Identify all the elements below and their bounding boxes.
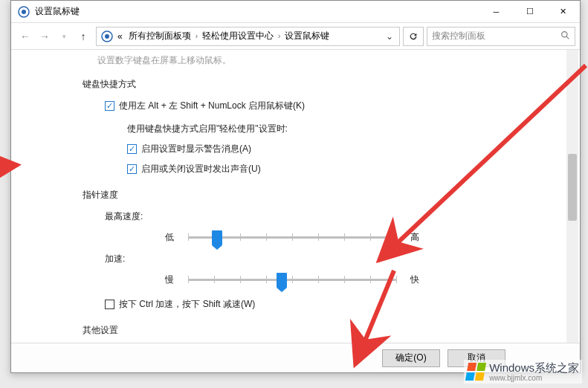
- breadcrumb-dropdown[interactable]: ⌄: [383, 31, 396, 42]
- minimize-button[interactable]: ─: [479, 1, 513, 23]
- search-placeholder: 搜索控制面板: [432, 30, 560, 42]
- chevron-right-icon: ›: [277, 32, 282, 40]
- windows-logo-icon: [465, 363, 486, 381]
- section-keyboard-shortcuts: 键盘快捷方式: [83, 78, 558, 91]
- option-enable-mousekeys[interactable]: ✓ 使用左 Alt + 左 Shift + NumLock 启用鼠标键(K): [105, 100, 558, 112]
- acceleration-label: 加速:: [105, 253, 558, 265]
- sub-label: 使用键盘快捷方式启用"轻松使用"设置时:: [127, 123, 558, 135]
- watermark: Windows系统之家 www.bjjmlx.com: [464, 360, 582, 384]
- checkbox-checked-icon[interactable]: ✓: [105, 101, 114, 111]
- checkbox-checked-icon[interactable]: ✓: [127, 144, 137, 154]
- max-speed-label: 最高速度:: [105, 210, 558, 223]
- search-input[interactable]: 搜索控制面板: [427, 27, 575, 46]
- window-title: 设置鼠标键: [35, 5, 80, 18]
- max-speed-slider-row: 低 高: [105, 230, 558, 244]
- maximize-button[interactable]: ☐: [513, 1, 546, 23]
- acceleration-slider[interactable]: [188, 273, 396, 286]
- slider-thumb[interactable]: [212, 230, 222, 245]
- checkbox-checked-icon[interactable]: ✓: [127, 164, 137, 174]
- refresh-button[interactable]: [403, 27, 424, 46]
- control-panel-icon: [100, 29, 114, 44]
- option-label: 使用左 Alt + 左 Shift + NumLock 启用鼠标键(K): [119, 100, 305, 112]
- option-sound[interactable]: ✓ 启用或关闭设置时发出声音(U): [127, 163, 558, 175]
- crumb-0[interactable]: 所有控制面板项: [126, 30, 194, 42]
- back-button[interactable]: ←: [16, 27, 35, 46]
- max-speed-slider[interactable]: [188, 230, 396, 244]
- section-other-settings: 其他设置: [83, 324, 558, 337]
- forward-button: →: [35, 27, 54, 46]
- titlebar: 设置鼠标键 ─ ☐ ✕: [11, 1, 580, 23]
- svg-line-5: [566, 36, 569, 39]
- option-warning-message[interactable]: ✓ 启用设置时显示警告消息(A): [127, 143, 558, 155]
- search-icon: [560, 30, 570, 42]
- svg-point-3: [105, 34, 109, 39]
- slider-hi-label: 快: [404, 274, 426, 286]
- navbar: ← → ▾ ↑ « 所有控制面板项 › 轻松使用设置中心 › 设置鼠标键 ⌄ 搜…: [11, 23, 580, 50]
- section-pointer-speed: 指针速度: [83, 189, 558, 201]
- up-button[interactable]: ↑: [74, 27, 93, 46]
- crumb-prefix: «: [114, 31, 126, 42]
- crumb-2[interactable]: 设置鼠标键: [282, 30, 332, 42]
- option-label: 启用或关闭设置时发出声音(U): [141, 163, 261, 175]
- crumb-1[interactable]: 轻松使用设置中心: [199, 30, 277, 42]
- acceleration-slider-row: 慢 快: [105, 273, 558, 286]
- truncated-header: 设置数字键盘在屏幕上移动鼠标。: [97, 54, 558, 65]
- vertical-scrollbar[interactable]: [566, 50, 578, 343]
- close-button[interactable]: ✕: [546, 1, 580, 23]
- recent-dropdown[interactable]: ▾: [54, 27, 74, 46]
- slider-lo-label: 慢: [158, 274, 181, 286]
- option-label: 启用设置时显示警告消息(A): [141, 143, 251, 155]
- svg-point-4: [562, 31, 567, 36]
- breadcrumb[interactable]: « 所有控制面板项 › 轻松使用设置中心 › 设置鼠标键 ⌄: [96, 27, 400, 46]
- ok-button[interactable]: 确定(O): [382, 349, 440, 367]
- slider-thumb[interactable]: [277, 273, 287, 288]
- slider-lo-label: 低: [158, 231, 181, 244]
- slider-hi-label: 高: [404, 231, 426, 244]
- scrollbar-thumb[interactable]: [568, 154, 577, 221]
- content-area: 设置数字键盘在屏幕上移动鼠标。 键盘快捷方式 ✓ 使用左 Alt + 左 Shi…: [11, 50, 580, 343]
- checkbox-unchecked-icon[interactable]: ✓: [105, 300, 114, 309]
- svg-point-1: [22, 10, 26, 14]
- control-panel-window: 设置鼠标键 ─ ☐ ✕ ← → ▾ ↑ « 所有控制面板项 › 轻松使用设置中心…: [10, 0, 581, 373]
- app-icon: [17, 5, 30, 19]
- option-label: 按下 Ctrl 加速，按下 Shift 减速(W): [119, 298, 255, 311]
- option-ctrl-shift-speed[interactable]: ✓ 按下 Ctrl 加速，按下 Shift 减速(W): [105, 298, 558, 311]
- chevron-right-icon: ›: [194, 32, 199, 40]
